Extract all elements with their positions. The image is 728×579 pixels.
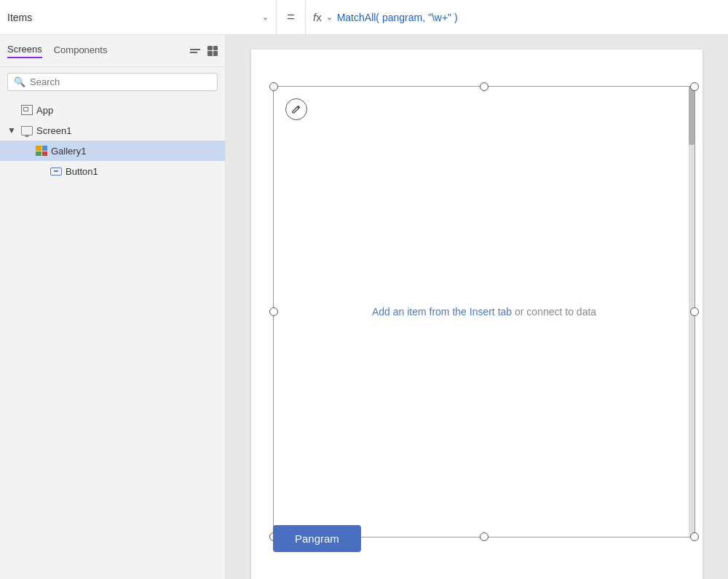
panel-icons — [190, 46, 218, 56]
grid-view-icon[interactable] — [207, 46, 218, 56]
tree-item-gallery1[interactable]: Gallery1 — [0, 141, 225, 161]
app-icon — [20, 103, 33, 117]
gallery-placeholder: Add an item from the Insert tab or conne… — [372, 306, 596, 318]
screen-icon — [20, 124, 33, 137]
screen-canvas: Add an item from the Insert tab or conne… — [251, 50, 703, 579]
tree-label-screen1: Screen1 — [36, 125, 71, 136]
tree-view: App ▼ Screen1 Gallery1 — [0, 97, 225, 184]
tab-screens[interactable]: Screens — [7, 44, 42, 58]
search-input[interactable] — [30, 76, 211, 87]
formula-bar[interactable]: fx ⌄ MatchAll( pangram, "\w+" ) — [306, 11, 728, 23]
handle-middle-right[interactable] — [690, 307, 699, 316]
handle-bottom-right[interactable] — [690, 532, 699, 541]
handle-bottom-center[interactable] — [480, 532, 488, 541]
pencil-icon — [291, 104, 301, 114]
fx-chevron-icon: ⌄ — [326, 12, 333, 22]
search-box[interactable]: 🔍 — [7, 73, 218, 91]
handle-top-center[interactable] — [480, 82, 488, 91]
gallery-placeholder-link: Add an item from the Insert tab — [372, 306, 512, 318]
top-bar: Items ⌄ = fx ⌄ MatchAll( pangram, "\w+" … — [0, 0, 728, 35]
property-selector-label: Items — [7, 12, 32, 23]
handle-top-right[interactable] — [690, 82, 699, 91]
formula-text: MatchAll( pangram, "\w+" ) — [337, 12, 458, 23]
chevron-down-icon: ⌄ — [262, 12, 269, 22]
edit-button[interactable] — [285, 98, 307, 120]
button-icon — [50, 165, 63, 178]
gallery-scrollbar-thumb[interactable] — [689, 87, 695, 145]
tree-label-button1: Button1 — [66, 166, 98, 177]
tree-arrow-screen1: ▼ — [7, 125, 17, 135]
tree-label-app: App — [36, 105, 53, 116]
canvas-area[interactable]: Add an item from the Insert tab or conne… — [226, 35, 728, 579]
tree-item-app[interactable]: App — [0, 100, 225, 120]
fx-icon: fx — [313, 11, 322, 23]
tree-item-button1[interactable]: Button1 — [0, 161, 225, 181]
gallery-placeholder-plain: or connect to data — [512, 306, 596, 318]
property-selector[interactable]: Items ⌄ — [0, 0, 277, 34]
tab-components[interactable]: Components — [54, 44, 108, 58]
equals-sign: = — [277, 0, 306, 34]
left-panel: Screens Components 🔍 — [0, 35, 226, 579]
tree-item-screen1[interactable]: ▼ Screen1 — [0, 120, 225, 141]
handle-middle-left[interactable] — [269, 307, 278, 316]
gallery-icon — [35, 144, 48, 157]
pangram-button[interactable]: Pangram — [273, 525, 361, 552]
handle-top-left[interactable] — [269, 82, 278, 91]
list-view-icon[interactable] — [190, 49, 200, 53]
search-icon: 🔍 — [14, 76, 25, 87]
tree-label-gallery1: Gallery1 — [51, 146, 86, 157]
main-content: Screens Components 🔍 — [0, 35, 728, 579]
panel-tabs: Screens Components — [0, 35, 225, 67]
gallery-widget[interactable]: Add an item from the Insert tab or conne… — [273, 86, 695, 537]
